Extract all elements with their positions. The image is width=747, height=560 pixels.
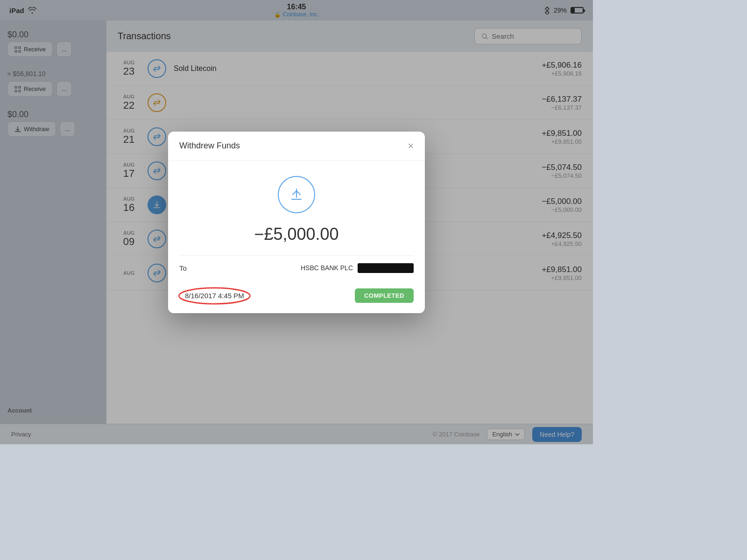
modal-title: Withdrew Funds: [179, 141, 240, 151]
modal-date-row: 8/16/2017 4:45 PM COMPLETED: [179, 280, 414, 313]
modal-to-label: To: [179, 264, 187, 272]
modal-amount: −£5,000.00: [254, 224, 338, 244]
modal-bank-name: HSBC BANK PLC: [301, 264, 353, 272]
modal-date-container: 8/16/2017 4:45 PM: [179, 288, 250, 304]
modal-to-row: To HSBC BANK PLC ​: [179, 255, 414, 280]
modal-header: Withdrew Funds ×: [168, 132, 425, 161]
modal-withdraw-icon: [278, 176, 315, 213]
modal-bank-info: HSBC BANK PLC ​: [301, 263, 414, 273]
modal-overlay: Withdrew Funds × −£5,000.00 To HSBC BANK…: [0, 0, 593, 444]
modal-bank-redacted: ​: [358, 263, 414, 273]
modal-withdrew-funds: Withdrew Funds × −£5,000.00 To HSBC BANK…: [168, 132, 425, 313]
modal-date: 8/16/2017 4:45 PM: [185, 292, 244, 300]
completed-badge: COMPLETED: [355, 288, 414, 303]
modal-body: −£5,000.00 To HSBC BANK PLC ​ 8/16/2017 …: [168, 161, 425, 313]
modal-close-button[interactable]: ×: [408, 141, 414, 151]
